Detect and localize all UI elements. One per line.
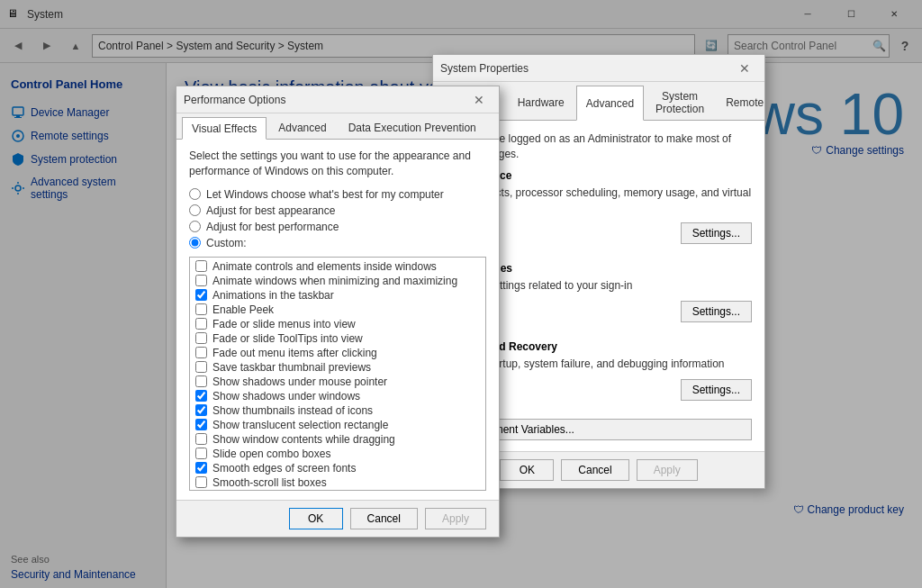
checkbox-input-5[interactable] xyxy=(195,332,207,344)
user-profiles-settings-button[interactable]: Settings... xyxy=(681,301,752,322)
checkbox-input-15[interactable] xyxy=(195,476,207,488)
checkbox-input-0[interactable] xyxy=(195,260,207,272)
checkbox-input-3[interactable] xyxy=(195,303,207,315)
checkbox-input-4[interactable] xyxy=(195,318,207,330)
perf-tabs: Visual Effects Advanced Data Execution P… xyxy=(176,113,499,140)
checkbox-item-14[interactable]: Smooth edges of screen fonts xyxy=(192,461,484,475)
startup-recovery-settings-button[interactable]: Settings... xyxy=(681,379,752,401)
checkbox-label-12: Show window contents while dragging xyxy=(212,433,395,446)
checkbox-label-7: Save taskbar thumbnail previews xyxy=(212,361,371,374)
radio-let-windows-label: Let Windows choose what's best for my co… xyxy=(206,188,444,201)
checkbox-item-7[interactable]: Save taskbar thumbnail previews xyxy=(192,360,484,375)
tab-advanced[interactable]: Advanced xyxy=(268,117,336,139)
checkbox-item-11[interactable]: Show translucent selection rectangle xyxy=(192,418,484,432)
checkbox-label-6: Fade out menu items after clicking xyxy=(212,347,377,359)
checkbox-item-0[interactable]: Animate controls and elements inside win… xyxy=(192,259,484,274)
checkbox-item-4[interactable]: Fade or slide menus into view xyxy=(192,317,484,331)
radio-best-appearance-input[interactable] xyxy=(189,204,201,216)
checkbox-input-14[interactable] xyxy=(195,462,207,474)
tab-visual-effects[interactable]: Visual Effects xyxy=(182,117,267,140)
perf-close-button[interactable]: ✕ xyxy=(466,87,492,113)
checkbox-item-2[interactable]: Animations in the taskbar xyxy=(192,288,484,303)
checkbox-item-1[interactable]: Animate windows when minimizing and maxi… xyxy=(192,274,484,288)
radio-let-windows-input[interactable] xyxy=(189,188,201,200)
system-props-title-bar: System Properties ✕ xyxy=(433,55,764,82)
checkbox-input-1[interactable] xyxy=(195,275,207,286)
system-props-close-button[interactable]: ✕ xyxy=(732,56,757,81)
checkbox-input-10[interactable] xyxy=(195,404,207,416)
tab-advanced[interactable]: Advanced xyxy=(576,86,644,121)
checkbox-item-13[interactable]: Slide open combo boxes xyxy=(192,447,484,461)
checkbox-item-10[interactable]: Show thumbnails instead of icons xyxy=(192,403,484,418)
checkbox-input-12[interactable] xyxy=(195,433,207,445)
checkbox-label-9: Show shadows under windows xyxy=(212,390,360,403)
radio-custom-label: Custom: xyxy=(206,237,247,249)
checkbox-label-10: Show thumbnails instead of icons xyxy=(212,404,373,417)
checkbox-label-13: Slide open combo boxes xyxy=(212,448,330,460)
checkbox-label-14: Smooth edges of screen fonts xyxy=(212,462,356,475)
performance-options-dialog: Performance Options ✕ Visual Effects Adv… xyxy=(176,86,500,538)
perf-title-bar: Performance Options ✕ xyxy=(176,86,499,113)
checkbox-item-6[interactable]: Fade out menu items after clicking xyxy=(192,346,484,360)
visual-effects-radio-group: Let Windows choose what's best for my co… xyxy=(189,188,486,249)
checkbox-input-2[interactable] xyxy=(195,289,207,301)
checkbox-input-9[interactable] xyxy=(195,390,207,402)
tab-remote[interactable]: Remote xyxy=(716,86,773,120)
checkbox-item-3[interactable]: Enable Peek xyxy=(192,303,484,317)
perf-ok-button[interactable]: OK xyxy=(289,508,343,529)
perf-content: Select the settings you want to use for … xyxy=(176,140,499,500)
checkbox-item-9[interactable]: Show shadows under windows xyxy=(192,389,484,403)
checkbox-label-2: Animations in the taskbar xyxy=(212,289,334,302)
effects-checkbox-list[interactable]: Animate controls and elements inside win… xyxy=(189,257,486,491)
system-props-ok-button[interactable]: OK xyxy=(500,459,554,481)
tab-hardware[interactable]: Hardware xyxy=(508,86,574,120)
checkbox-input-13[interactable] xyxy=(195,448,207,459)
checkbox-label-4: Fade or slide menus into view xyxy=(212,318,356,330)
checkbox-item-8[interactable]: Show shadows under mouse pointer xyxy=(192,375,484,389)
checkbox-item-15[interactable]: Smooth-scroll list boxes xyxy=(192,475,484,490)
performance-settings-button[interactable]: Settings... xyxy=(681,222,752,244)
checkbox-label-8: Show shadows under mouse pointer xyxy=(212,375,387,388)
radio-custom-input[interactable] xyxy=(189,237,201,249)
checkbox-label-0: Animate controls and elements inside win… xyxy=(212,260,437,273)
checkbox-input-11[interactable] xyxy=(195,419,207,430)
checkbox-input-7[interactable] xyxy=(195,361,207,373)
radio-best-performance-label: Adjust for best performance xyxy=(206,221,339,233)
system-props-title: System Properties xyxy=(440,62,732,75)
system-props-cancel-button[interactable]: Cancel xyxy=(561,459,628,481)
perf-description: Select the settings you want to use for … xyxy=(189,149,486,179)
checkbox-item-16[interactable]: Use drop shadows for icon labels on the … xyxy=(192,490,484,491)
radio-custom[interactable]: Custom: xyxy=(189,237,486,249)
radio-best-appearance-label: Adjust for best appearance xyxy=(206,204,335,217)
radio-best-performance[interactable]: Adjust for best performance xyxy=(189,221,486,233)
checkbox-label-3: Enable Peek xyxy=(212,303,274,316)
checkbox-label-11: Show translucent selection rectangle xyxy=(212,419,388,431)
perf-footer: OK Cancel Apply xyxy=(176,500,499,537)
perf-title: Performance Options xyxy=(184,94,466,106)
checkbox-label-1: Animate windows when minimizing and maxi… xyxy=(212,275,457,287)
checkbox-label-15: Smooth-scroll list boxes xyxy=(212,476,327,489)
checkbox-input-8[interactable] xyxy=(195,375,207,387)
checkbox-label-5: Fade or slide ToolTips into view xyxy=(212,332,363,345)
radio-best-appearance[interactable]: Adjust for best appearance xyxy=(189,204,486,217)
checkbox-item-12[interactable]: Show window contents while dragging xyxy=(192,432,484,447)
tab-data-execution[interactable]: Data Execution Prevention xyxy=(339,117,486,139)
tab-system-protection[interactable]: System Protection xyxy=(646,86,714,120)
perf-cancel-button[interactable]: Cancel xyxy=(350,508,418,529)
perf-apply-button[interactable]: Apply xyxy=(425,508,486,529)
radio-let-windows[interactable]: Let Windows choose what's best for my co… xyxy=(189,188,486,201)
radio-best-performance-input[interactable] xyxy=(189,221,201,232)
checkbox-input-6[interactable] xyxy=(195,347,207,358)
checkbox-item-5[interactable]: Fade or slide ToolTips into view xyxy=(192,331,484,346)
system-props-apply-button[interactable]: Apply xyxy=(637,459,698,481)
